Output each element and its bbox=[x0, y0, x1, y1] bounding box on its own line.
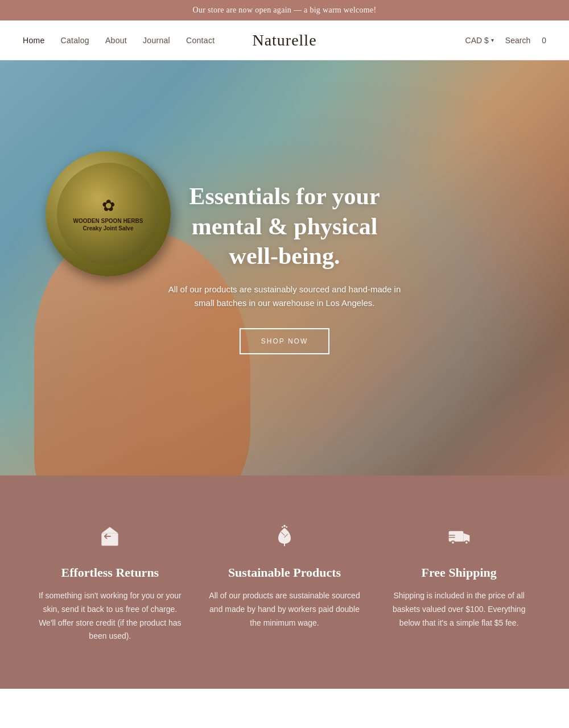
svg-point-4 bbox=[282, 526, 283, 528]
feature-shipping-title: Free Shipping bbox=[383, 565, 535, 580]
feature-shipping: Free Shipping Shipping is included in th… bbox=[383, 521, 535, 643]
feature-returns-title: Effortless Returns bbox=[34, 565, 186, 580]
chevron-down-icon: ▾ bbox=[491, 37, 494, 43]
feature-sustainable: Sustainable Products All of our products… bbox=[209, 521, 361, 643]
search-link[interactable]: Search bbox=[505, 36, 530, 45]
nav-center: Naturelle bbox=[252, 31, 316, 49]
feature-returns-text: If something isn't working for you or yo… bbox=[34, 589, 186, 643]
svg-point-5 bbox=[286, 526, 287, 528]
cart-button[interactable]: 0 bbox=[542, 36, 546, 45]
svg-point-10 bbox=[465, 541, 468, 544]
nav-link-catalog[interactable]: Catalog bbox=[61, 36, 89, 45]
hero-subtitle: All of our products are sustainably sour… bbox=[165, 283, 404, 310]
brand-logo[interactable]: Naturelle bbox=[252, 31, 316, 49]
shop-now-button[interactable]: SHOP NOW bbox=[240, 328, 329, 354]
feature-sustainable-title: Sustainable Products bbox=[209, 565, 361, 580]
features-section: Effortless Returns If something isn't wo… bbox=[0, 475, 569, 689]
hero-content: Essentials for your mental & physical we… bbox=[142, 159, 427, 377]
feature-shipping-text: Shipping is included in the price of all… bbox=[383, 589, 535, 630]
hero-section: ✿ WOODEN SPOON HERBS Creaky Joint Salve … bbox=[0, 60, 569, 475]
hero-title: Essentials for your mental & physical we… bbox=[165, 181, 404, 271]
feature-sustainable-text: All of our products are sustainable sour… bbox=[209, 589, 361, 630]
svg-rect-0 bbox=[102, 533, 118, 546]
leaf-icon bbox=[269, 521, 300, 552]
svg-rect-6 bbox=[448, 531, 463, 541]
feature-returns: Effortless Returns If something isn't wo… bbox=[34, 521, 186, 643]
currency-label: CAD $ bbox=[465, 36, 489, 45]
svg-marker-1 bbox=[102, 527, 118, 533]
nav-link-contact[interactable]: Contact bbox=[186, 36, 215, 45]
product-icon: ✿ bbox=[102, 196, 115, 215]
nav-link-home[interactable]: Home bbox=[23, 36, 45, 45]
svg-point-3 bbox=[283, 525, 286, 527]
announcement-bar: Our store are now open again — a big war… bbox=[0, 0, 569, 20]
nav-link-journal[interactable]: Journal bbox=[143, 36, 170, 45]
navigation: Home Catalog About Journal Contact Natur… bbox=[0, 20, 569, 60]
nav-right: CAD $ ▾ Search 0 bbox=[465, 36, 546, 45]
svg-point-8 bbox=[452, 541, 454, 544]
shipping-icon bbox=[444, 521, 475, 552]
currency-selector[interactable]: CAD $ ▾ bbox=[465, 36, 494, 45]
nav-left: Home Catalog About Journal Contact bbox=[23, 36, 215, 45]
announcement-text: Our store are now open again — a big war… bbox=[193, 6, 377, 14]
return-icon bbox=[94, 521, 125, 552]
product-name: WOODEN SPOON HERBS Creaky Joint Salve bbox=[73, 217, 143, 232]
nav-link-about[interactable]: About bbox=[105, 36, 127, 45]
